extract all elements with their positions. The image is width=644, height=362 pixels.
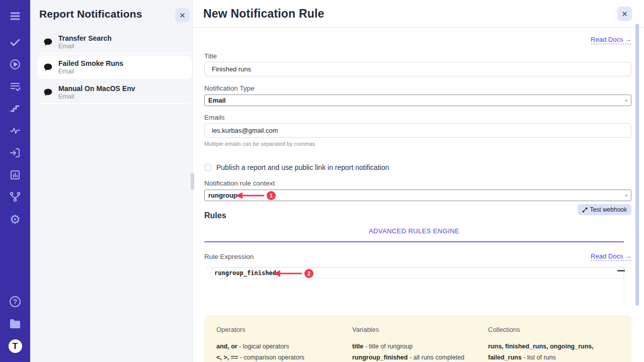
panel-resize-handle[interactable] [191, 173, 194, 190]
emails-label: Emails [204, 114, 631, 121]
annotation-arrow-1: 1 [234, 191, 276, 200]
title-label: Title [204, 52, 631, 60]
list-item[interactable]: Manual On MacOS Env Email [37, 81, 192, 104]
gear-icon[interactable]: ⚙ [9, 213, 22, 226]
menu-icon[interactable] [9, 10, 22, 23]
publish-report-checkbox[interactable] [204, 164, 211, 171]
annotation-badge: 1 [267, 191, 276, 200]
title-input[interactable] [204, 62, 631, 76]
webhook-icon [582, 207, 588, 213]
editor-body: Read Docs → Title Notification Type Emai… [193, 35, 644, 362]
notification-title: Transfer Search [58, 34, 112, 42]
panel-title: Report Notifications [39, 8, 142, 20]
help-icon[interactable]: ? [9, 295, 22, 308]
check-icon[interactable] [9, 36, 22, 49]
list-item[interactable]: Transfer Search Email [37, 31, 192, 54]
notification-title: Failed Smoke Runs [58, 59, 123, 67]
test-webhook-button[interactable]: Test webhook [578, 204, 631, 215]
logo[interactable]: T [9, 339, 22, 353]
rule-editor: New Notification Rule ✕ Read Docs → Titl… [193, 0, 644, 362]
chevron-down-icon: ▾ [625, 193, 627, 198]
notification-type: Email [58, 68, 123, 75]
steps-icon[interactable] [9, 102, 22, 115]
chat-bubble-icon [43, 62, 53, 72]
sign-in-icon[interactable] [9, 146, 22, 159]
help-column-variables: Variables title - title of rungroup rung… [352, 326, 488, 362]
sidebar-rail: ⚙ ? T [0, 0, 30, 362]
app: ⚙ ? T Report Notifications ✕ Transfer Se… [0, 0, 644, 362]
chat-bubble-icon [43, 87, 53, 97]
rule-expression-label: Rule Expression [204, 253, 254, 260]
rules-help-box: Operators and, or - logical operators <,… [204, 315, 631, 362]
list-item[interactable]: Failed Smoke Runs Email [37, 56, 192, 79]
chevron-down-icon: ▾ [625, 98, 627, 103]
tab-advanced-rules-engine[interactable]: ADVANCED RULES ENGINE [369, 227, 459, 235]
read-docs-link[interactable]: Read Docs → [591, 36, 631, 44]
read-docs-link[interactable]: Read Docs → [591, 252, 631, 261]
main-scrollbar[interactable] [635, 24, 639, 306]
annotation-badge: 2 [304, 269, 313, 278]
list-check-icon[interactable] [9, 80, 22, 93]
notifications-panel: Report Notifications ✕ Transfer Search E… [30, 0, 193, 362]
panel-header: Report Notifications ✕ [30, 0, 192, 23]
rules-heading: Rules [204, 211, 226, 220]
notification-type-select[interactable]: Email ▾ [204, 95, 631, 106]
annotation-arrow-2: 2 [272, 269, 313, 278]
activity-icon[interactable] [9, 124, 22, 137]
panel-close-button[interactable]: ✕ [175, 8, 190, 23]
play-circle-icon[interactable] [9, 58, 22, 71]
emails-input[interactable] [204, 123, 631, 138]
context-label: Notification rule context [204, 179, 631, 187]
emails-helper-text: Multiple emails can be separated by comm… [204, 141, 631, 147]
rule-expression-code: rungroup_finished [214, 269, 276, 277]
notification-type-label: Notification Type [204, 84, 631, 92]
editor-header: New Notification Rule ✕ [193, 0, 644, 28]
help-column-operators: Operators and, or - logical operators <,… [216, 326, 352, 362]
notification-type: Email [58, 93, 135, 100]
notification-type: Email [58, 43, 112, 50]
chat-bubble-icon [43, 37, 53, 47]
notification-list: Transfer Search Email Failed Smoke Runs … [37, 31, 192, 104]
bar-chart-icon[interactable] [9, 168, 22, 182]
editor-close-button[interactable]: ✕ [617, 7, 632, 21]
folder-icon[interactable] [9, 317, 22, 330]
notification-title: Manual On MacOS Env [58, 84, 135, 93]
publish-report-label: Publish a report and use public link in … [216, 163, 389, 171]
help-column-collections: Collections runs, finished_runs, ongoing… [488, 326, 619, 362]
editor-scrollbar-thumb[interactable] [617, 270, 625, 272]
editor-gutter-line [624, 267, 624, 304]
branch-icon[interactable] [9, 191, 22, 204]
page-title: New Notification Rule [203, 7, 325, 21]
rule-expression-editor[interactable]: rungroup_finished 2 [204, 267, 631, 303]
